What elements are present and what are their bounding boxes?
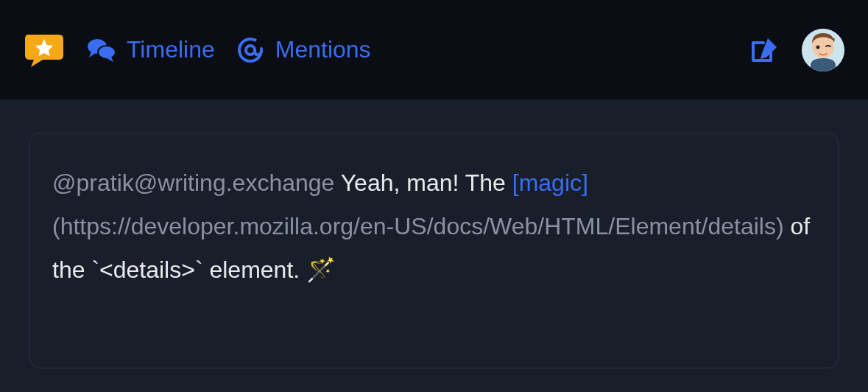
header-left-group: Timeline Mentions (24, 32, 371, 69)
content-area: @pratik@writing.exchange Yeah, man! The … (0, 99, 868, 392)
compose-box[interactable]: @pratik@writing.exchange Yeah, man! The … (29, 133, 839, 368)
tab-timeline[interactable]: Timeline (87, 35, 215, 65)
compose-mention: @pratik@writing.exchange (52, 169, 334, 196)
avatar-image (802, 29, 844, 71)
compose-text[interactable]: @pratik@writing.exchange Yeah, man! The … (52, 161, 816, 293)
app-header: Timeline Mentions (0, 0, 868, 99)
svg-point-6 (816, 45, 820, 49)
at-icon (236, 35, 265, 65)
header-right-group (747, 29, 844, 71)
tab-timeline-label: Timeline (127, 36, 215, 63)
compose-url-text: (https://developer.mozilla.org/en-US/doc… (52, 213, 784, 239)
compose-link-text: [magic] (512, 169, 588, 196)
svg-point-1 (98, 46, 116, 59)
compose-text-1: Yeah, man! The (334, 169, 512, 196)
compose-button[interactable] (747, 34, 780, 66)
announcements-icon[interactable] (24, 32, 66, 69)
compose-icon (747, 34, 780, 66)
chat-bubbles-icon (87, 35, 116, 65)
tab-mentions[interactable]: Mentions (236, 35, 371, 65)
tab-mentions-label: Mentions (275, 36, 371, 63)
avatar[interactable] (802, 29, 844, 71)
